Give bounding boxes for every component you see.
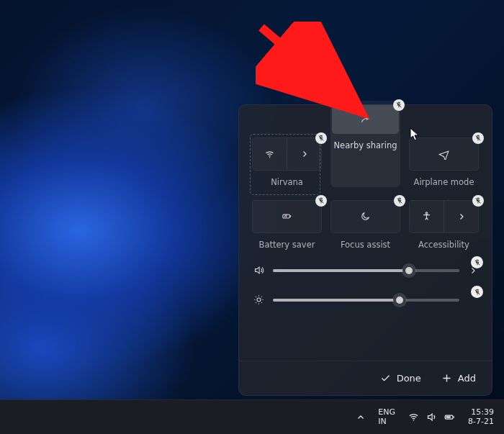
brightness-thumb[interactable] [393,294,406,307]
brightness-icon [252,294,265,305]
tile-battery-saver: Battery saver [252,200,322,250]
tile-airplane-mode-label: Airplane mode [414,178,474,187]
accessibility-expand[interactable] [444,201,478,232]
volume-slider[interactable] [273,269,459,272]
brightness-slider-row [252,294,479,305]
svg-line-4 [261,27,356,108]
unpin-brightness[interactable] [471,286,483,298]
moon-icon [360,211,371,222]
accessibility-icon [421,211,432,222]
unpin-icon [474,197,482,204]
airplane-icon [438,149,449,160]
tray-date: 8-7-21 [468,417,494,427]
tile-focus-assist-button[interactable] [330,200,400,233]
battery-icon [444,412,455,422]
wifi-expand[interactable] [287,138,321,170]
unpin-focus-assist[interactable] [394,195,405,207]
tray-time: 15:39 [468,408,494,417]
share-icon [360,114,371,125]
quick-settings-panel: Nirvana Nearby sharing [238,104,492,396]
tile-nirvana-label: Nirvana [271,178,303,187]
tray-status-icons[interactable] [402,412,461,422]
tray-clock[interactable]: 15:39 8-7-21 [464,408,498,426]
svg-point-0 [269,157,270,158]
tile-nearby-sharing[interactable]: Nearby sharing [330,101,400,187]
tile-nearby-sharing-button[interactable] [332,105,399,134]
unpin-icon [396,197,403,204]
unpin-icon [318,135,325,142]
tile-airplane-mode: Airplane mode [409,137,479,187]
tray-language[interactable]: ENG IN [374,408,400,426]
brightness-fill [273,299,400,302]
battery-icon [282,211,292,222]
tile-battery-saver-label: Battery saver [259,240,315,250]
tile-nirvana: Nirvana [252,137,322,187]
wifi-icon [264,149,275,160]
wifi-toggle[interactable] [253,138,287,170]
wifi-icon [408,412,419,422]
unpin-accessibility[interactable] [472,195,484,207]
tray-overflow[interactable] [351,409,371,426]
unpin-battery-saver[interactable] [315,195,327,207]
tile-focus-assist-label: Focus assist [341,240,390,250]
add-label: Add [458,373,476,384]
quick-settings-tiles: Nirvana Nearby sharing [252,119,479,249]
svg-point-3 [257,298,261,302]
check-icon [380,373,391,384]
tile-nirvana-button[interactable] [252,137,322,171]
chevron-right-icon [457,212,466,221]
taskbar: ENG IN 15:39 8-7-21 [0,399,504,434]
unpin-nearby-sharing[interactable] [393,99,405,111]
tile-accessibility: Accessibility [409,200,479,250]
volume-icon [252,265,265,276]
volume-icon [426,412,437,422]
accessibility-toggle[interactable] [410,201,444,232]
tile-airplane-mode-button[interactable] [409,137,479,171]
volume-thumb[interactable] [402,264,415,277]
svg-rect-7 [446,416,451,418]
volume-fill [273,269,409,272]
unpin-nirvana[interactable] [315,132,327,144]
tile-accessibility-button[interactable] [409,200,479,233]
unpin-volume[interactable] [471,256,483,268]
tile-accessibility-label: Accessibility [418,240,469,250]
unpin-icon [395,101,402,109]
brightness-slider[interactable] [273,299,459,302]
tray-language-top: ENG [378,408,395,417]
plus-icon [441,373,452,384]
volume-slider-row [252,265,479,276]
tile-battery-saver-button[interactable] [252,200,322,233]
panel-footer: Done Add [239,361,492,395]
add-button[interactable]: Add [441,373,476,384]
svg-point-5 [413,420,415,421]
unpin-icon [474,259,481,266]
tile-focus-assist: Focus assist [330,200,400,250]
tray-language-bottom: IN [378,417,395,427]
unpin-icon [474,289,481,296]
chevron-right-icon [300,150,309,158]
unpin-icon [474,135,482,142]
unpin-airplane-mode[interactable] [472,132,484,144]
svg-point-2 [426,212,428,214]
done-button[interactable]: Done [380,373,421,384]
tile-nearby-sharing-label: Nearby sharing [333,141,397,150]
done-label: Done [397,373,421,384]
unpin-icon [318,197,325,204]
